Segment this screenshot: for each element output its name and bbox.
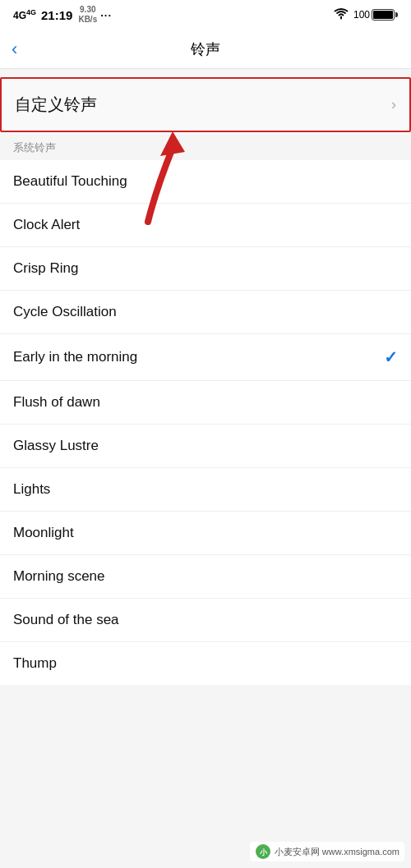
list-item[interactable]: Sound of the sea (0, 599, 411, 642)
list-item[interactable]: Crisp Ring (0, 247, 411, 291)
ringtone-name: Early in the morning (13, 349, 137, 365)
system-section-label: 系统铃声 (0, 132, 411, 160)
status-bar: 4G4G 21:19 9.30KB/s ··· 100 (0, 0, 411, 30)
time-display: 21:19 (41, 8, 72, 22)
ringtone-name: Lights (13, 481, 50, 498)
battery-indicator: 100 (353, 9, 398, 21)
watermark-text: 小麦安卓网 www.xmsigma.com (275, 846, 399, 858)
ringtone-name: Flush of dawn (13, 394, 100, 411)
ringtone-name: Moonlight (13, 525, 74, 541)
battery-percent: 100 (353, 9, 370, 21)
list-item[interactable]: Cycle Oscillation (0, 291, 411, 334)
watermark: 小 小麦安卓网 www.xmsigma.com (250, 842, 404, 861)
selected-checkmark: ✓ (384, 347, 398, 367)
status-right: 100 (334, 8, 398, 22)
back-button[interactable]: ‹ (12, 39, 17, 60)
wifi-icon (334, 8, 349, 22)
battery-tip (395, 12, 398, 17)
ringtone-list: Beautiful TouchingClock AlertCrisp RingC… (0, 160, 411, 685)
nav-bar: ‹ 铃声 (0, 30, 411, 69)
page-title: 铃声 (191, 39, 220, 59)
list-item[interactable]: Beautiful Touching (0, 160, 411, 204)
list-item[interactable]: Lights (0, 468, 411, 512)
ringtone-name: Thump (13, 655, 57, 672)
svg-text:小: 小 (258, 848, 267, 857)
list-item[interactable]: Clock Alert (0, 204, 411, 247)
chevron-right-icon: › (391, 96, 396, 113)
dots-display: ··· (100, 9, 112, 21)
custom-ringtone-label: 自定义铃声 (15, 94, 97, 116)
ringtone-name: Cycle Oscillation (13, 304, 117, 320)
list-item[interactable]: Moonlight (0, 512, 411, 555)
ringtone-name: Crisp Ring (13, 260, 78, 277)
custom-ringtone-item[interactable]: 自定义铃声 › (2, 79, 409, 131)
ringtone-name: Glassy Lustre (13, 438, 99, 454)
network-label: 4G4G (13, 8, 36, 21)
ringtone-name: Beautiful Touching (13, 173, 127, 190)
custom-ringtone-section: 自定义铃声 › (0, 77, 411, 132)
battery-box (372, 9, 395, 21)
list-item[interactable]: Thump (0, 642, 411, 685)
ringtone-name: Sound of the sea (13, 612, 119, 628)
list-item[interactable]: Early in the morning✓ (0, 334, 411, 381)
watermark-logo: 小 (255, 843, 271, 860)
speed-display: 9.30KB/s (78, 5, 97, 25)
list-item[interactable]: Flush of dawn (0, 381, 411, 425)
status-left: 4G4G 21:19 9.30KB/s ··· (13, 5, 112, 25)
list-item[interactable]: Morning scene (0, 555, 411, 599)
ringtone-name: Clock Alert (13, 217, 80, 233)
battery-fill (373, 11, 393, 19)
ringtone-name: Morning scene (13, 568, 105, 585)
list-item[interactable]: Glassy Lustre (0, 425, 411, 468)
